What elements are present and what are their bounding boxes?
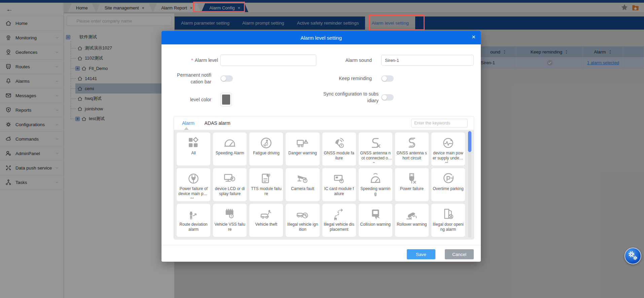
alarm-card-label: Illegal vehicle displacement <box>322 221 356 234</box>
level-color-label: level color <box>168 93 218 106</box>
dialog-title: Alarm level setting <box>300 35 342 41</box>
antenna-short-icon <box>405 136 419 150</box>
alarm-level-setting-dialog: Alarm level setting × * Alarm level Alar… <box>162 31 481 262</box>
alarm-card-label: Collision warning <box>359 221 392 229</box>
sync-configuration-toggle[interactable] <box>381 94 394 101</box>
alarm-card-speeding-warning[interactable]: Speeding warning <box>359 168 392 201</box>
tts-document-icon <box>259 172 273 186</box>
label-text: Permanent notification bar <box>175 72 211 85</box>
rollover-car-icon <box>405 207 419 221</box>
alarm-card-label: Overtime parking <box>431 186 465 193</box>
label-text: Sync configuration to subsidiary <box>323 90 379 104</box>
close-icon[interactable]: × <box>472 34 475 40</box>
keyword-search-input[interactable] <box>414 119 458 127</box>
alarm-card-label: Speeding warning <box>359 186 392 198</box>
search-icon <box>460 121 465 126</box>
ic-card-icon <box>332 172 346 186</box>
alarm-card-label: GNSS antenna not connected or c... <box>359 150 392 163</box>
alarm-card-label: GNSS antenna short circuit <box>395 150 429 163</box>
alarm-card-tts-module-failure[interactable]: TTS module failure <box>249 168 283 201</box>
alarm-card-gnss-antenna-not-connected-or-c[interactable]: GNSS antenna not connected or c... <box>359 133 392 165</box>
info-icon[interactable] <box>373 76 379 81</box>
save-button[interactable]: Save <box>407 249 435 259</box>
cancel-button[interactable]: Cancel <box>445 249 474 259</box>
alarm-card-label: Illegal door opening alarm <box>431 221 465 234</box>
alarm-card-label: TTS module failure <box>249 186 283 198</box>
alarm-cards: AllSpeeding AlarmFatigue drivingDanger w… <box>177 133 465 237</box>
chevron-down-icon <box>224 98 228 102</box>
alarm-card-label: Fatigue driving <box>249 150 283 158</box>
alarm-card-label: GNSS module failure <box>322 150 356 163</box>
label-text: level color <box>190 96 211 103</box>
danger-truck-icon <box>295 136 310 150</box>
all-grid-icon <box>186 136 201 150</box>
level-color-picker[interactable] <box>220 93 232 106</box>
alarm-card-device-lcd-or-display-failure[interactable]: device LCD or display failure <box>213 168 247 201</box>
toggle-knob <box>382 95 387 100</box>
scrollbar-thumb[interactable] <box>468 131 471 152</box>
alarm-card-vehicle-theft[interactable]: Vehicle theft <box>249 204 283 237</box>
alarm-type-panel: AlarmADAS alarm AllSpeeding AlarmFatigue… <box>174 116 474 239</box>
satellite-dish-icon <box>332 136 346 150</box>
page: ← HomeMonitoringGeofencesRoutesAlarmsMes… <box>0 0 644 298</box>
label-text: Alarm sound <box>345 57 372 64</box>
alarm-card-speeding-alarm[interactable]: Speeding Alarm <box>213 133 247 165</box>
alarm-card-illegal-door-opening-alarm[interactable]: Illegal door opening alarm <box>431 204 465 237</box>
alarm-card-overtime-parking[interactable]: Overtime parking <box>431 168 465 201</box>
highlight-box-alarm-config-tab <box>193 2 245 12</box>
fatigue-driver-icon <box>259 136 273 150</box>
tab-adas-alarm[interactable]: ADAS alarm <box>205 120 230 126</box>
alarm-card-illegal-vehicle-ignition[interactable]: Illegal vehicle ignition <box>286 204 319 237</box>
undervoltage-icon <box>441 136 455 150</box>
alarm-card-fatigue-driving[interactable]: Fatigue driving <box>249 133 283 165</box>
alarm-card-label: Power failure of device main power... <box>177 186 210 198</box>
antenna-disconnected-icon <box>368 136 383 150</box>
alarm-card-route-deviation-alarm[interactable]: Route deviation alarm <box>177 204 210 237</box>
permanent-notification-bar-toggle[interactable] <box>220 75 233 82</box>
alarm-card-label: Vehicle theft <box>249 221 283 229</box>
alarm-card-power-failure-of-device-main-power[interactable]: Power failure of device main power... <box>177 168 210 201</box>
chevron-down-icon <box>466 58 470 62</box>
alarm-card-label: Vehicle VSS failure <box>213 221 247 234</box>
alarm-card-gnss-antenna-short-circuit[interactable]: GNSS antenna short circuit <box>395 133 429 165</box>
tab-alarm[interactable]: Alarm <box>182 120 194 126</box>
alarm-card-power-failure[interactable]: Power failure <box>395 168 429 201</box>
usb-plug-x-icon <box>405 172 419 186</box>
keep-reminding-label: Keep reminding <box>323 73 379 84</box>
keyword-search-box <box>411 119 468 127</box>
info-icon[interactable] <box>213 76 218 81</box>
alarm-card-grid: AllSpeeding AlarmFatigue drivingDanger w… <box>174 130 474 239</box>
alarm-card-all[interactable]: All <box>177 133 210 165</box>
alarm-level-label: * Alarm level <box>168 54 218 66</box>
route-deviation-icon <box>186 207 201 221</box>
collision-truck-icon <box>368 207 383 221</box>
permanent-notification-bar-label: Permanent notification bar <box>175 71 218 85</box>
dialog-header: Alarm level setting × <box>162 31 481 44</box>
vehicle-theft-icon <box>259 207 273 221</box>
alarm-sound-select[interactable]: Siren-1 <box>381 55 474 66</box>
alarm-card-label: All <box>177 150 210 158</box>
toggle-knob <box>382 76 387 81</box>
info-icon[interactable] <box>373 58 379 63</box>
alarm-card-ic-card-module-failure[interactable]: IC card module failure <box>322 168 356 201</box>
cctv-camera-icon <box>295 172 310 186</box>
alarm-card-label: Power failure <box>395 186 429 193</box>
alarm-card-device-main-power-supply-under-vol[interactable]: device main power supply under vol... <box>431 133 465 165</box>
keep-reminding-toggle[interactable] <box>381 75 394 82</box>
alarm-card-vehicle-vss-failure[interactable]: Vehicle VSS failure <box>213 204 247 237</box>
alarm-card-illegal-vehicle-displacement[interactable]: Illegal vehicle displacement <box>322 204 356 237</box>
info-icon[interactable] <box>213 97 218 102</box>
footer-divider <box>162 245 481 245</box>
monitor-warning-icon <box>223 172 237 186</box>
alarm-card-gnss-module-failure[interactable]: GNSS module failure <box>322 133 356 165</box>
alarm-card-danger-warning[interactable]: Danger warning <box>286 133 319 165</box>
label-text: Alarm level <box>195 57 218 64</box>
door-open-prohibited-icon <box>441 207 455 221</box>
alarm-card-label: IC card module failure <box>322 186 356 198</box>
alarm-card-camera-fault[interactable]: Camera fault <box>286 168 319 201</box>
gears-icon <box>626 249 640 263</box>
alarm-card-rollover-warning[interactable]: Rollover warning <box>395 204 429 237</box>
alarm-card-collision-warning[interactable]: Collision warning <box>359 204 392 237</box>
settings-fab-button[interactable] <box>624 248 641 264</box>
alarm-level-input[interactable] <box>220 54 316 66</box>
